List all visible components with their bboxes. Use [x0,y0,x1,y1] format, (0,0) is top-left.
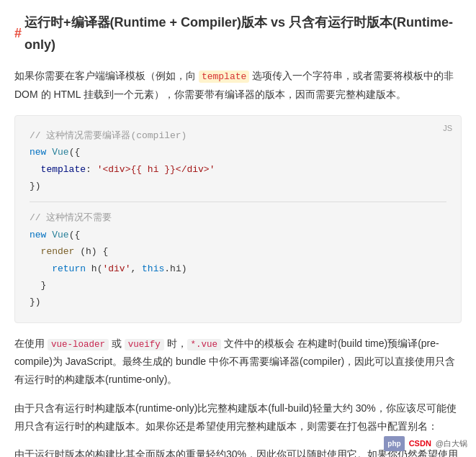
page-title: # 运行时+编译器(Runtime + Compiler)版本 vs 只含有运行… [14,12,462,55]
template-highlight: template [199,71,249,83]
code-line-comment2: // 这种情况不需要 [30,209,446,226]
code-block: JS // 这种情况需要编译器(compiler) new Vue({ temp… [14,115,462,323]
intro-before-template: 如果你需要在客户端编译模板（例如，向 [14,70,199,81]
code-line-return: return h('div', this.hi) [30,261,446,277]
body-paragraph-1: 在使用 vue-loader 或 vueify 时，*.vue 文件中的模板会 … [14,335,462,389]
code-line-comment1: // 这种情况需要编译器(compiler) [30,127,446,144]
author-label: @白大锅 [436,437,467,451]
bottom-logos: php CSDN @白大锅 [384,436,467,451]
intro-paragraph: 如果你需要在客户端编译模板（例如，向 template 选项传入一个字符串，或者… [14,67,462,104]
code-line-new-vue2: new Vue({ [30,227,446,243]
code-line-template: template: '<div>{{ hi }}</div>' [30,161,446,178]
code-line-render-close: } [30,277,446,294]
code-line-close1: }) [30,178,446,194]
code-line-render: render (h) { [30,243,446,260]
code-line-new-vue1: new Vue({ [30,144,446,160]
inline-code-vue-ext: *.vue [187,339,222,350]
php-logo: php [384,436,404,451]
inline-code-vueify: vueify [125,339,164,350]
title-text: 运行时+编译器(Runtime + Compiler)版本 vs 只含有运行时版… [24,12,462,55]
inline-code-vue-loader: vue-loader [48,339,109,350]
csdn-logo: CSDN [409,437,431,451]
body-paragraph-2: 由于只含有运行时构建版本(runtime-only)比完整构建版本(full-b… [14,399,462,435]
code-line-close2: }) [30,294,446,310]
title-hash: # [14,22,22,45]
code-separator [30,202,446,202]
code-lang-badge: JS [443,122,452,136]
